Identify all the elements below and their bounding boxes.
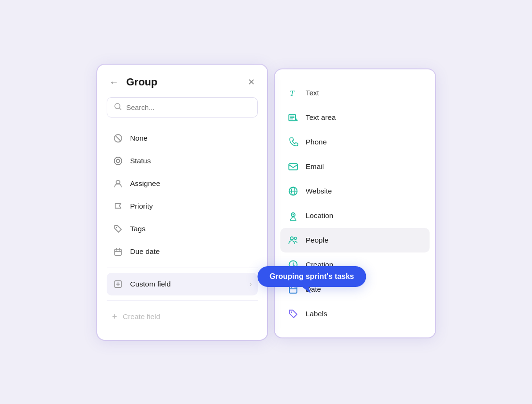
status-label: Status (130, 157, 252, 165)
arrow-icon: › (250, 280, 252, 288)
labels-label: Labels (306, 310, 328, 318)
phone-icon (287, 136, 299, 148)
custom-field-icon (112, 278, 124, 290)
tags-label: Tags (130, 225, 252, 233)
svg-point-5 (116, 159, 119, 162)
due-date-label: Due date (130, 247, 252, 256)
svg-line-1 (119, 108, 120, 109)
text-label: Text (306, 89, 319, 97)
right-menu-item-phone[interactable]: Phone (280, 130, 430, 154)
none-label: None (130, 134, 252, 143)
create-field-label: Create field (123, 312, 160, 321)
none-icon (112, 133, 124, 144)
svg-rect-8 (115, 249, 121, 255)
text-icon: T (287, 87, 299, 99)
svg-point-20 (292, 214, 294, 215)
people-label: People (306, 236, 329, 244)
phone-label: Phone (306, 138, 327, 146)
svg-line-3 (115, 135, 121, 141)
left-panel: ← Group ✕ (97, 65, 267, 340)
search-box (107, 97, 258, 118)
create-field-row[interactable]: + Create field (107, 305, 258, 328)
due-date-icon (112, 246, 124, 257)
svg-text:T: T (290, 89, 295, 98)
svg-point-4 (114, 157, 122, 165)
divider (107, 268, 258, 268)
panel-title: Group (127, 76, 158, 88)
location-icon (287, 210, 299, 222)
email-icon (287, 160, 299, 173)
close-icon: ✕ (248, 77, 255, 87)
website-icon (287, 185, 299, 197)
tooltip-bubble: Grouping sprint's tasks (257, 266, 366, 287)
svg-point-7 (116, 227, 117, 227)
right-menu-item-text[interactable]: T Text (280, 81, 430, 105)
text-area-label: Text area (306, 113, 336, 122)
svg-point-28 (291, 311, 292, 313)
menu-item-status[interactable]: Status (107, 150, 258, 172)
assignee-label: Assignee (130, 179, 252, 188)
people-icon (287, 234, 299, 246)
priority-icon (112, 201, 124, 212)
panels-container: ← Group ✕ (97, 65, 435, 340)
menu-item-tags[interactable]: Tags (107, 218, 258, 240)
right-menu-item-text-area[interactable]: Text area (280, 105, 430, 130)
tooltip-text: Grouping sprint's tasks (270, 272, 354, 280)
back-arrow-icon: ← (110, 77, 119, 88)
menu-item-none[interactable]: None (107, 127, 258, 150)
priority-label: Priority (130, 202, 252, 210)
back-button[interactable]: ← (107, 76, 122, 89)
svg-rect-15 (289, 164, 297, 170)
svg-rect-24 (289, 286, 297, 293)
right-menu-item-location[interactable]: Location (280, 203, 430, 228)
menu-item-priority[interactable]: Priority (107, 195, 258, 218)
text-area-icon (287, 111, 299, 124)
menu-item-assignee[interactable]: Assignee (107, 172, 258, 195)
svg-point-21 (290, 236, 293, 239)
close-button[interactable]: ✕ (245, 76, 258, 88)
search-icon (114, 102, 122, 112)
plus-icon: + (112, 312, 118, 322)
svg-point-22 (294, 237, 296, 239)
search-input[interactable] (127, 103, 251, 111)
custom-field-label: Custom field (130, 280, 243, 288)
right-menu-list: T Text Text area (280, 81, 430, 326)
panel-header: ← Group ✕ (107, 76, 258, 89)
right-menu-item-people[interactable]: People (280, 228, 430, 252)
menu-item-due-date[interactable]: Due date (107, 240, 258, 263)
status-icon (112, 155, 124, 167)
website-label: Website (306, 187, 332, 195)
right-menu-item-website[interactable]: Website (280, 179, 430, 203)
tags-icon (112, 223, 124, 235)
right-menu-item-email[interactable]: Email (280, 154, 430, 179)
right-panel: T Text Text area (275, 69, 435, 337)
email-label: Email (306, 162, 324, 171)
menu-item-custom-field[interactable]: Custom field › (107, 273, 258, 295)
right-menu-item-labels[interactable]: Labels (280, 302, 430, 326)
left-menu-list: None Status (107, 127, 258, 263)
divider2 (107, 300, 258, 301)
assignee-icon (112, 178, 124, 189)
location-label: Location (306, 211, 334, 220)
labels-icon (287, 308, 299, 320)
